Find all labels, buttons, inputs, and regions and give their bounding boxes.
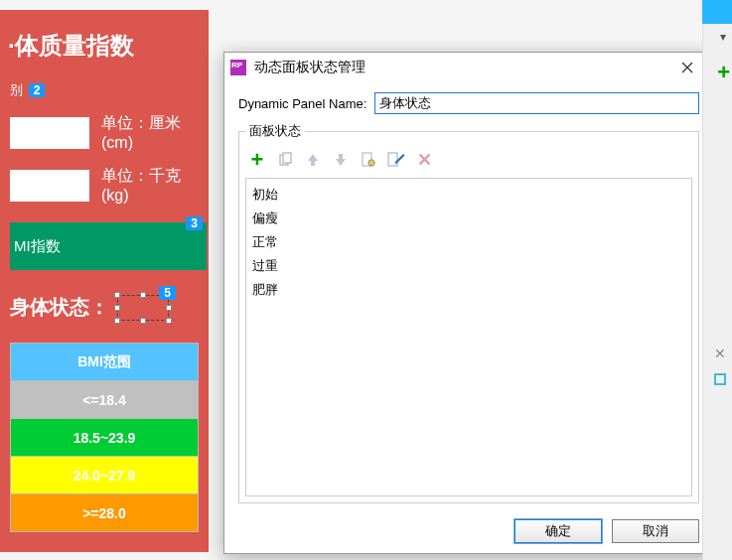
height-input[interactable] [10, 117, 89, 149]
list-item[interactable]: 正常 [252, 230, 685, 254]
move-up-button[interactable] [303, 150, 323, 170]
list-item[interactable]: 过重 [252, 254, 685, 278]
close-button[interactable] [667, 56, 707, 79]
dialog-title: 动态面板状态管理 [254, 59, 667, 76]
bmi-r4: >=28.0 [11, 494, 199, 532]
bmi-widget-panel: ·体质量指数 别 2 单位：厘米(cm) 单位：千克(kg) MI指数 3 身体… [0, 10, 209, 552]
selected-dynamic-panel[interactable]: 5 [117, 295, 169, 321]
panel-name-input[interactable] [374, 92, 699, 114]
unit-label-kg: 单位：千克(kg) [101, 166, 199, 205]
add-state-button[interactable]: + [247, 150, 267, 170]
chevron-down-icon[interactable]: ▾ [720, 30, 726, 44]
panel-name-label: Dynamic Panel Name: [238, 96, 366, 111]
svg-rect-8 [388, 153, 397, 166]
states-legend: 面板状态 [245, 122, 305, 140]
page-pencil-icon [387, 152, 405, 168]
states-fieldset: 面板状态 + [238, 122, 699, 503]
weight-row: 单位：千克(kg) [10, 166, 199, 205]
bmi-range-table: BMI范围 <=18.4 18.5~23.9 24.0~27.9 >=28.0 [10, 343, 199, 532]
list-item[interactable]: 偏瘦 [252, 207, 685, 230]
bmi-r1: <=18.4 [11, 381, 199, 419]
list-item[interactable]: 肥胖 [252, 278, 685, 302]
state-list[interactable]: 初始 偏瘦 正常 过重 肥胖 [245, 178, 692, 496]
gender-row: 别 2 [10, 81, 199, 99]
compute-bmi-label: MI指数 [14, 237, 61, 256]
bmi-r3: 24.0~27.9 [11, 457, 199, 494]
dialog-footer: 确定 取消 [224, 509, 713, 553]
edit-state-button[interactable] [386, 150, 406, 170]
app-icon [230, 60, 246, 75]
dialog-titlebar[interactable]: 动态面板状态管理 [224, 53, 713, 82]
svg-point-7 [368, 160, 374, 166]
cancel-button[interactable]: 取消 [612, 519, 699, 543]
bmi-head: BMI范围 [11, 344, 199, 381]
bmi-title: ·体质量指数 [10, 30, 199, 62]
unit-label-cm: 单位：厘米(cm) [101, 113, 199, 152]
svg-marker-5 [336, 154, 346, 166]
square-icon[interactable] [714, 373, 726, 385]
gender-label-trunc: 别 [10, 82, 23, 97]
footnote-3: 3 [186, 216, 203, 230]
states-toolbar: + [245, 146, 692, 178]
delete-state-button[interactable]: ✕ [414, 150, 434, 170]
right-palette: ▾ + ✕ [702, 0, 732, 560]
panel-name-row: Dynamic Panel Name: [238, 92, 699, 114]
arrow-up-icon [305, 152, 321, 168]
move-down-button[interactable] [331, 150, 351, 170]
status-label: 身体状态： [10, 294, 109, 321]
weight-input[interactable] [10, 170, 89, 202]
close-icon[interactable]: ✕ [714, 346, 726, 361]
compute-bmi-button[interactable]: MI指数 3 [10, 222, 207, 270]
page-gear-icon [361, 152, 376, 168]
palette-tab[interactable] [702, 0, 732, 24]
bmi-r2: 18.5~23.9 [11, 419, 199, 457]
footnote-2: 2 [29, 83, 46, 97]
svg-marker-4 [308, 154, 318, 166]
edit-substates-button[interactable] [359, 150, 378, 170]
footnote-5: 5 [159, 286, 176, 300]
duplicate-state-button[interactable] [275, 150, 295, 170]
ok-button[interactable]: 确定 [514, 519, 602, 543]
status-row: 身体状态： 5 [10, 294, 199, 321]
arrow-down-icon [333, 152, 349, 168]
height-row: 单位：厘米(cm) [10, 113, 199, 152]
duplicate-icon [277, 152, 293, 168]
close-icon [681, 62, 693, 73]
panel-state-manager-dialog: 动态面板状态管理 Dynamic Panel Name: 面板状态 + [223, 52, 714, 554]
list-item[interactable]: 初始 [252, 183, 685, 207]
add-icon[interactable]: + [717, 60, 730, 85]
svg-rect-3 [283, 153, 291, 163]
